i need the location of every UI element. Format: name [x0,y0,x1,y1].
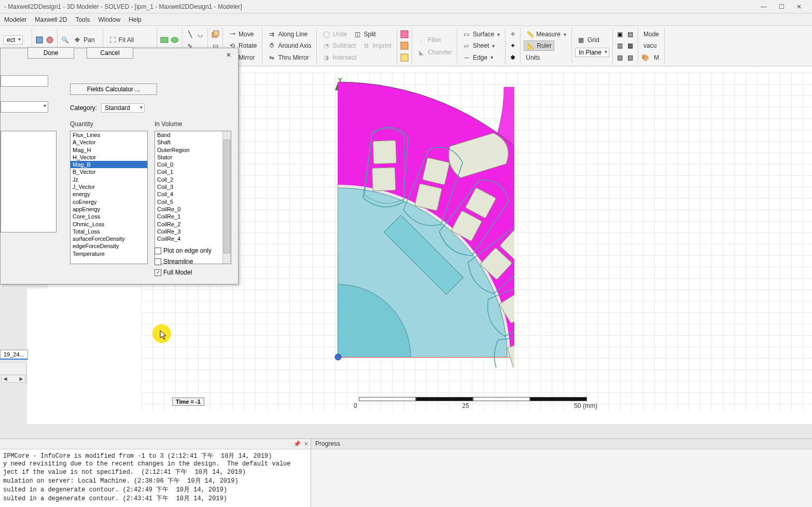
chamfer-button[interactable]: ◣Chamfer [415,48,454,57]
grid-button[interactable]: ▦Grid [575,35,601,45]
window-maximize-button[interactable]: ☐ [773,1,790,13]
quantity-item[interactable]: Mag_B [71,161,147,168]
cs2-icon[interactable]: ✦ [509,42,517,50]
quantity-item[interactable]: energy [71,190,147,198]
quantity-item[interactable]: coEnergy [71,198,147,205]
pan-button[interactable]: ✥Pan [71,35,96,45]
streamline-checkbox[interactable] [155,258,161,265]
msg-close-icon[interactable]: ✕ [304,441,309,447]
volume-item[interactable]: Shaft [155,139,231,146]
cube-icon[interactable] [35,36,44,44]
cube8-icon[interactable]: ▨ [626,53,635,62]
select-mode-combo[interactable]: ect [3,35,23,45]
quantity-item[interactable]: Mag_H [71,146,147,154]
volume-item[interactable]: Coil_0 [155,161,231,168]
volume-listbox[interactable]: BandShaftOuterRegionStatorCoil_0Coil_1Co… [155,131,231,264]
orient-combo[interactable]: In Plane [575,48,609,57]
quantity-item[interactable]: Flux_Lines [71,131,147,139]
quantity-item[interactable]: Temperature [71,250,147,257]
arc-icon[interactable]: ◡ [196,30,204,38]
quantity-item[interactable]: Total_Loss [71,228,147,235]
sheet-button[interactable]: ▱Sheet [460,41,497,50]
ellipse-shape-icon[interactable] [171,36,179,44]
quantity-item[interactable]: Jz [71,176,147,183]
quantity-item[interactable]: Core_Loss [71,213,147,220]
cube3-icon[interactable]: ▣ [616,30,624,38]
cancel-button[interactable]: Cancel [87,47,133,59]
volume-item[interactable]: Band [155,131,231,139]
along-line-button[interactable]: ⇉Along Line [265,30,310,39]
name-field[interactable] [1,75,48,87]
fillet-button[interactable]: ◟Fillet [415,35,443,45]
volume-item[interactable]: Stator [155,154,231,161]
subtract-button[interactable]: ◔Subtract [320,41,358,50]
cube5-icon[interactable]: ▥ [616,42,624,50]
vacu-label[interactable]: vacu [641,42,659,50]
quantity-item[interactable]: Ohmic_Loss [71,221,147,228]
volume-item[interactable]: Coil_1 [155,168,231,175]
volume-item[interactable]: Coil_3 [155,183,231,190]
boolean-icon[interactable] [400,30,409,38]
volume-scrollbar[interactable] [222,131,231,264]
quantity-item[interactable]: B_Vector [71,168,147,175]
around-axis-button[interactable]: ⥀Around Axis [265,41,313,50]
quantity-item[interactable]: appEnergy [71,205,147,213]
edge-button[interactable]: ─Edge [460,53,495,62]
unite-button[interactable]: ◯Unite [320,30,349,39]
boolean2-icon[interactable] [400,42,409,50]
surface-button[interactable]: ▭Surface [460,30,502,39]
line-icon[interactable]: ╲ [186,30,194,38]
quantity-item[interactable]: surfaceForceDensity [71,235,147,242]
folder-combo[interactable]: ▾ [1,101,48,113]
volume-item[interactable]: OuterRegion [155,146,231,154]
menu-maxwell2d[interactable]: Maxwell 2D [35,16,67,23]
measure-button[interactable]: 📏Measure [524,30,568,39]
file-tab[interactable]: 19_24... [0,350,28,360]
volume-item[interactable]: Coil_5 [155,198,231,205]
message-log-text[interactable]: IPMCore - InfoCore is modified from -1 t… [0,449,311,505]
window-close-button[interactable]: ✕ [790,1,808,13]
cube7-icon[interactable]: ▧ [616,53,624,62]
scroll-left-icon[interactable]: ◄ [2,375,9,382]
imprint-button[interactable]: ⧉Imprint [360,41,394,50]
cube4-icon[interactable]: ▤ [626,30,635,38]
intersect-button[interactable]: ◑Intersect [320,53,358,62]
plot-edge-checkbox[interactable] [155,248,161,254]
full-model-checkbox[interactable] [155,269,161,276]
volume-item[interactable]: Coil_4 [155,190,231,198]
quantity-item[interactable]: A_Vector [71,139,147,146]
ruler-button[interactable]: 📐Ruler [524,40,554,51]
rect-shape-icon[interactable] [160,36,169,44]
category-combo[interactable]: Standard [101,103,145,113]
volume-item[interactable]: CoilRe_2 [155,221,231,228]
move-button[interactable]: ⭢Move [226,30,256,39]
done-button[interactable]: Done [27,47,74,59]
cs3-icon[interactable]: ✱ [509,53,517,62]
menu-tools[interactable]: Tools [75,16,90,23]
menu-help[interactable]: Help [129,16,142,23]
quantity-item[interactable]: J_Vector [71,183,147,190]
volume-item[interactable]: CoilRe_4 [155,235,231,242]
split-button[interactable]: ◫Split [352,30,378,39]
boolean3-icon[interactable] [400,53,409,62]
volume-item[interactable]: CoilRe_3 [155,228,231,235]
left-listbox[interactable] [1,131,57,232]
quantity-item[interactable]: edgeForceDensity [71,242,147,250]
thru-mirror-button[interactable]: ⇋Thru Mirror [265,53,311,62]
fit-all-button[interactable]: ⛶Fit All [106,35,136,45]
window-minimize-button[interactable]: — [755,1,773,13]
cs-icon[interactable]: ✧ [509,30,517,38]
fields-calculator-button[interactable]: Fields Calculator ... [70,84,157,95]
volume-item[interactable]: CoilRe_0 [155,205,231,213]
left-scroll[interactable]: ◄ ► [1,375,25,383]
solid-icon[interactable] [211,30,219,38]
menu-window[interactable]: Window [98,16,120,23]
zoom-icon[interactable]: 🔍 [61,36,69,44]
units-button[interactable]: Units [524,53,542,62]
menu-modeler[interactable]: Modeler [4,16,26,23]
scroll-right-icon[interactable]: ► [18,375,25,382]
quantity-item[interactable]: H_Vector [71,154,147,161]
quantity-listbox[interactable]: Flux_LinesA_VectorMag_HH_VectorMag_BB_Ve… [70,131,148,264]
mat-icon[interactable]: 🎨 [641,53,650,62]
cube6-icon[interactable]: ▦ [626,42,635,50]
